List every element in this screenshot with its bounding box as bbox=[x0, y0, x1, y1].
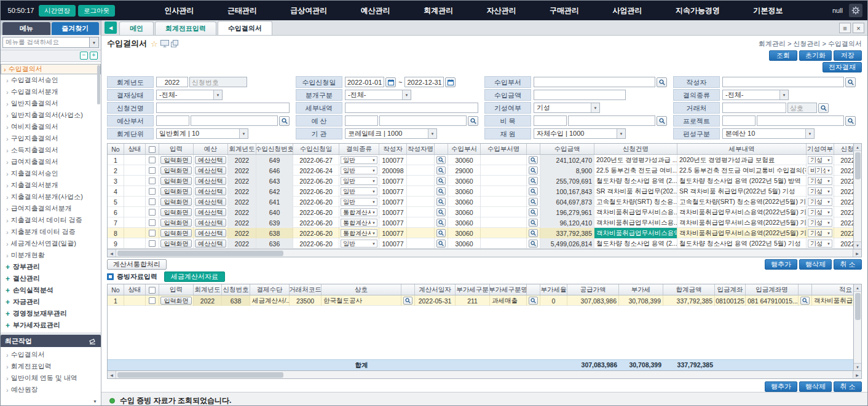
scroll-up-icon[interactable]: ▲ bbox=[854, 284, 861, 292]
completion-select[interactable]: 기성▼ bbox=[534, 103, 600, 113]
decision-type-cell-select[interactable]: 통합계산서▼ bbox=[341, 229, 377, 237]
grid-row[interactable]: 8입력화면예산선택20226382022-06-20통합계산서▼10007730… bbox=[108, 228, 853, 238]
expense-item-code-input[interactable] bbox=[534, 115, 567, 126]
writer-search-button[interactable] bbox=[436, 240, 446, 248]
dept-search-button[interactable] bbox=[529, 187, 538, 195]
sidebar-group-item[interactable]: +장부관리 bbox=[1, 261, 101, 273]
recent-item[interactable]: ›예산원장 bbox=[1, 384, 101, 396]
dept-search-button[interactable] bbox=[529, 156, 538, 164]
select-all-checkbox[interactable] bbox=[149, 287, 156, 294]
income-amount-input[interactable] bbox=[534, 90, 626, 100]
input-screen-button[interactable]: 입력화면 bbox=[160, 166, 192, 174]
expand-plus-icon[interactable]: + bbox=[6, 298, 10, 306]
writer-search-button[interactable] bbox=[436, 229, 446, 237]
row-checkbox[interactable] bbox=[149, 198, 156, 205]
input-screen-button[interactable]: 입력화면 bbox=[160, 187, 192, 195]
topbar-menu-item[interactable]: 예산관리 bbox=[361, 6, 390, 16]
scrollbar-thumb[interactable] bbox=[117, 372, 283, 378]
tax-invoice-data-button[interactable]: 세금계산서자료 bbox=[164, 271, 225, 282]
dept-search-button[interactable] bbox=[529, 229, 538, 237]
document-tab[interactable]: 수입결의서 bbox=[218, 21, 272, 35]
grid-row[interactable]: 3입력화면예산선택20226432022-06-20일반▼10007730060… bbox=[108, 176, 853, 186]
completion-cell-select[interactable]: 기성▼ bbox=[808, 156, 832, 164]
writer-search-button[interactable] bbox=[436, 198, 446, 206]
topbar-menu-item[interactable]: 기본정보 bbox=[753, 6, 783, 16]
decision-type-cell-select[interactable]: 통합계산서▼ bbox=[341, 219, 377, 227]
sidebar-menu-item[interactable]: ›세금계산서연결(일괄) bbox=[1, 238, 101, 249]
sidebar-tab-favorites[interactable]: 즐겨찾기 bbox=[52, 22, 100, 35]
invoice-merge-button[interactable]: 계산서통합처리 bbox=[107, 259, 167, 270]
expand-plus-icon[interactable]: + bbox=[6, 321, 10, 330]
expand-all-button[interactable]: + bbox=[90, 52, 98, 60]
input-screen-button[interactable]: 입력화면 bbox=[160, 240, 192, 248]
budget-select-button[interactable]: 예산선택 bbox=[195, 229, 226, 237]
sidebar-group-item[interactable]: +손익실적분석 bbox=[1, 284, 101, 296]
income-date-to-input[interactable] bbox=[404, 77, 444, 87]
fund-source-select[interactable]: 자체수입 | 1000▼ bbox=[534, 128, 626, 139]
income-date-from-input[interactable] bbox=[345, 77, 384, 87]
budget-name-input[interactable] bbox=[379, 115, 467, 126]
sidebar-menu-item[interactable]: ›지출결의서 데이터 검증 bbox=[1, 214, 101, 226]
budget-select-button[interactable]: 예산선택 bbox=[195, 166, 226, 174]
input-screen-button[interactable]: 입력화면 bbox=[160, 156, 192, 164]
decision-type-cell-select[interactable]: 일반▼ bbox=[341, 166, 377, 174]
journal-type-select[interactable]: -전체-▼ bbox=[345, 90, 411, 100]
decision-type-cell-select[interactable]: 일반▼ bbox=[341, 187, 377, 195]
row-checkbox[interactable] bbox=[149, 297, 156, 304]
scroll-down-icon[interactable]: ▼ bbox=[854, 241, 861, 249]
sidebar-group-item[interactable]: +경영정보재무관리 bbox=[1, 308, 101, 319]
settings-gear-button[interactable] bbox=[849, 4, 862, 17]
screen-icon[interactable] bbox=[160, 39, 169, 48]
calendar-icon[interactable] bbox=[385, 77, 396, 87]
grid-row[interactable]: 6입력화면예산선택20226402022-06-20통합계산서▼10007730… bbox=[108, 207, 853, 217]
save-button[interactable]: 저장 bbox=[834, 50, 862, 61]
delete-row-button[interactable]: 행삭제 bbox=[799, 381, 832, 392]
scrollbar-thumb[interactable] bbox=[855, 152, 861, 179]
organization-select[interactable]: 코레일테크 | 1000▼ bbox=[345, 128, 437, 139]
project-code-input[interactable] bbox=[722, 115, 756, 126]
writer-input[interactable] bbox=[722, 77, 844, 87]
vat-type-search-button[interactable] bbox=[529, 297, 538, 305]
decision-type-select[interactable]: -전체-▼ bbox=[722, 90, 789, 100]
reset-button[interactable]: 초기화 bbox=[799, 50, 832, 61]
completion-cell-select[interactable]: 비기성▼ bbox=[808, 166, 832, 174]
completion-cell-select[interactable]: 기성▼ bbox=[808, 198, 832, 206]
row-checkbox[interactable] bbox=[149, 230, 156, 236]
recent-item[interactable]: ›수입결의서 bbox=[1, 349, 101, 361]
grid-row[interactable]: 5입력화면예산선택20226412022-06-20일반▼10007730060… bbox=[108, 197, 853, 207]
budget-select-button[interactable]: 예산선택 bbox=[195, 187, 226, 195]
grid-row[interactable]: 2입력화면예산선택20226462022-06-24일반▼20009829000… bbox=[108, 165, 853, 176]
decision-type-cell-select[interactable]: 통합계산서▼ bbox=[341, 208, 377, 216]
add-row-button[interactable]: 행추가 bbox=[765, 381, 797, 392]
expand-plus-icon[interactable]: + bbox=[6, 275, 10, 283]
remark-search-button[interactable] bbox=[800, 297, 810, 305]
budget-select-button[interactable]: 예산선택 bbox=[195, 219, 226, 227]
sidebar-menu-item[interactable]: ›급여지출결의서 bbox=[1, 156, 101, 168]
cancel-button[interactable]: 취 소 bbox=[834, 381, 862, 392]
sidebar-tab-menu[interactable]: 메뉴 bbox=[2, 22, 50, 35]
writer-search-button[interactable] bbox=[436, 166, 446, 174]
writer-search-button[interactable] bbox=[436, 208, 446, 216]
budget-code-input[interactable] bbox=[345, 115, 378, 126]
topbar-menu-item[interactable]: 급상여관리 bbox=[290, 6, 327, 16]
fiscal-year-input[interactable] bbox=[156, 77, 188, 87]
row-checkbox[interactable] bbox=[149, 157, 156, 163]
input-screen-button[interactable]: 입력화면 bbox=[160, 219, 192, 227]
topbar-menu-item[interactable]: 사업관리 bbox=[613, 6, 642, 16]
dept-search-button[interactable] bbox=[529, 198, 538, 206]
row-checkbox[interactable] bbox=[149, 240, 156, 247]
document-tab[interactable]: 회계전표입력 bbox=[155, 21, 216, 35]
completion-cell-select[interactable]: 기성▼ bbox=[808, 177, 832, 185]
topbar-menu-item[interactable]: 회계관리 bbox=[424, 6, 453, 16]
writer-search-button[interactable] bbox=[436, 187, 446, 195]
scroll-right-icon[interactable]: ▶ bbox=[853, 249, 861, 257]
scrollbar-thumb[interactable] bbox=[855, 293, 861, 320]
budget-select-button[interactable]: 예산선택 bbox=[195, 240, 226, 248]
dept-search-button[interactable] bbox=[529, 177, 538, 185]
budget-dept-name-input[interactable] bbox=[191, 115, 278, 126]
logout-button[interactable]: 로그아웃 bbox=[78, 5, 115, 17]
detail-input[interactable] bbox=[345, 103, 478, 113]
vendor-input[interactable] bbox=[722, 103, 786, 113]
row-checkbox[interactable] bbox=[149, 188, 156, 195]
vendor-search-button[interactable] bbox=[403, 297, 412, 305]
